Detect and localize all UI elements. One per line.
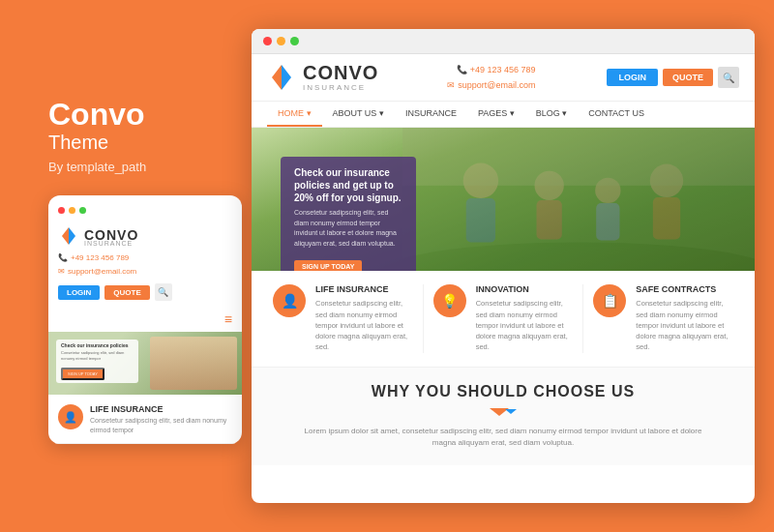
desktop-logo-text: CONVO	[303, 62, 378, 83]
feature-desc-0: Consetetur sadipscing elitr, sed diam no…	[315, 298, 413, 352]
desktop-signup-button[interactable]: SIGN UP TODAY	[294, 260, 362, 271]
svg-marker-2	[272, 65, 282, 90]
mobile-feature-icon: 👤	[58, 404, 83, 429]
mobile-signup-button[interactable]: SIGN UP TODAY	[61, 368, 104, 380]
desktop-red-dot	[263, 37, 272, 45]
why-arrow-small-icon	[505, 409, 517, 414]
theme-subtitle: Theme	[48, 132, 223, 154]
hero-family-svg	[402, 128, 755, 271]
desktop-quote-button[interactable]: QUOTE	[663, 69, 713, 86]
mobile-logo: CONVO INSURANCE	[58, 225, 232, 247]
mobile-logo-icon	[58, 225, 79, 247]
mobile-login-button[interactable]: LOGIN	[58, 285, 100, 300]
svg-marker-1	[69, 227, 75, 245]
hero-card-title: Check our insurance policies and get up …	[294, 166, 402, 204]
mobile-hero: Check our insurance policies Consetetur …	[48, 332, 242, 395]
feature-desc-1: Consetetur sadipscing elitr, sed diam no…	[476, 298, 574, 352]
svg-rect-14	[402, 128, 755, 186]
mobile-hero-family-bg	[150, 337, 237, 390]
site-logo: CONVO INSURANCE	[267, 63, 378, 92]
hero-card-text: Consetetur sadipscing elitr, sed diam no…	[294, 208, 402, 249]
desktop-titlebar	[252, 29, 755, 54]
feature-col-2: 📋 SAFE CONTRACTS Consetetur sadipscing e…	[583, 284, 743, 352]
nav-blog[interactable]: BLOG ▾	[525, 102, 579, 127]
mobile-hero-card: Check our insurance policies Consetetur …	[56, 340, 138, 382]
nav-insurance[interactable]: INSURANCE	[395, 102, 467, 127]
mobile-contact: 📞+49 123 456 789 ✉support@email.com	[58, 251, 232, 278]
svg-rect-11	[596, 203, 619, 240]
mobile-header: CONVO INSURANCE 📞+49 123 456 789 ✉suppor…	[48, 222, 242, 307]
feature-text-2: SAFE CONTRACTS Consetetur sadipscing eli…	[636, 284, 733, 352]
svg-marker-3	[282, 65, 291, 90]
desktop-yellow-dot	[277, 37, 285, 45]
site-nav: HOME ▾ ABOUT US ▾ INSURANCE PAGES ▾ BLOG…	[252, 102, 755, 128]
feature-icon-0: 👤	[273, 284, 306, 317]
desktop-green-dot	[290, 37, 299, 45]
site-hero: Check our insurance policies and get up …	[252, 128, 755, 271]
feature-text-0: LIFE INSURANCE Consetetur sadipscing eli…	[315, 284, 413, 352]
site-header-buttons: LOGIN QUOTE 🔍	[607, 67, 739, 88]
site-contact: 📞+49 123 456 789 ✉support@email.com	[447, 62, 538, 93]
desktop-logo-sub: INSURANCE	[303, 83, 378, 92]
desktop-mockup: CONVO INSURANCE 📞+49 123 456 789 ✉suppor…	[252, 29, 755, 503]
site-header: CONVO INSURANCE 📞+49 123 456 789 ✉suppor…	[252, 54, 755, 102]
theme-title: Convo	[48, 98, 223, 132]
hero-card: Check our insurance policies and get up …	[281, 157, 416, 271]
mobile-feature: 👤 LIFE INSURANCE Consetetur sadipscing e…	[48, 395, 242, 444]
mobile-logo-sub: INSURANCE	[84, 240, 138, 247]
desktop-login-button[interactable]: LOGIN	[607, 69, 658, 86]
green-dot	[79, 207, 86, 214]
svg-rect-13	[653, 197, 680, 239]
desktop-logo-icon	[267, 63, 296, 92]
feature-text-1: INNOVATION Consetetur sadipscing elitr, …	[476, 284, 574, 352]
why-text: Lorem ipsum dolor sit amet, consetetur s…	[300, 426, 706, 451]
feature-col-1: 💡 INNOVATION Consetetur sadipscing elitr…	[424, 284, 584, 352]
mobile-search-button[interactable]: 🔍	[155, 283, 172, 301]
feature-title-1: INNOVATION	[476, 284, 574, 294]
feature-icon-2: 📋	[593, 284, 626, 317]
feature-title-0: LIFE INSURANCE	[315, 284, 413, 294]
site-why: WHY YOU SHOULD CHOOSE US Lorem ipsum dol…	[252, 368, 755, 466]
feature-col-0: 👤 LIFE INSURANCE Consetetur sadipscing e…	[263, 284, 424, 352]
mobile-menu-icon[interactable]: ≡	[48, 307, 242, 332]
why-title: WHY YOU SHOULD CHOOSE US	[271, 383, 735, 400]
feature-title-2: SAFE CONTRACTS	[636, 284, 733, 294]
feature-desc-2: Consetetur sadipscing elitr, sed diam no…	[636, 298, 733, 352]
nav-about[interactable]: ABOUT US ▾	[322, 102, 395, 127]
mobile-mockup: CONVO INSURANCE 📞+49 123 456 789 ✉suppor…	[48, 195, 242, 444]
why-divider	[271, 408, 735, 416]
mobile-traffic-lights	[48, 207, 242, 222]
mobile-buttons: LOGIN QUOTE 🔍	[58, 283, 232, 301]
svg-rect-7	[466, 198, 495, 243]
mobile-feature-text: LIFE INSURANCE Consetetur sadipscing eli…	[90, 404, 232, 435]
svg-marker-0	[62, 227, 69, 245]
mobile-feature-title: LIFE INSURANCE	[90, 404, 232, 414]
mobile-card-title: Check our insurance policies	[61, 342, 134, 348]
desktop-search-button[interactable]: 🔍	[718, 67, 739, 88]
nav-home[interactable]: HOME ▾	[267, 102, 322, 127]
left-panel: Convo Theme By template_path CONVO INSUR…	[19, 69, 242, 463]
nav-pages[interactable]: PAGES ▾	[467, 102, 525, 127]
theme-by: By template_path	[48, 160, 223, 174]
yellow-dot	[69, 207, 75, 214]
mobile-card-text: Consetetur sadipscing elitr, sed diam no…	[61, 350, 134, 361]
nav-contact[interactable]: CONTACT US	[578, 102, 655, 127]
mobile-feature-desc: Consetetur sadipscing elitr, sed diam no…	[90, 416, 232, 435]
feature-icon-1: 💡	[433, 284, 466, 317]
red-dot	[58, 207, 65, 214]
site-features: 👤 LIFE INSURANCE Consetetur sadipscing e…	[252, 271, 755, 367]
mobile-quote-button[interactable]: QUOTE	[104, 285, 149, 300]
svg-rect-9	[537, 200, 562, 239]
